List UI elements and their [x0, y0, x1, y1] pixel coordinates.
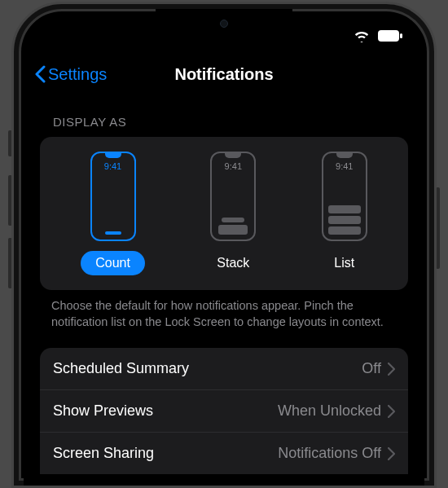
display-option-list[interactable]: 9:41 List: [322, 152, 367, 275]
display-as-card: 9:41 Count 9:41 Stack: [40, 137, 408, 290]
device-notch: [156, 9, 292, 38]
row-label: Show Previews: [53, 402, 153, 420]
battery-icon: [377, 29, 403, 42]
phone-preview-icon: 9:41: [322, 152, 367, 241]
nav-bar: Settings Notifications: [24, 53, 424, 95]
chevron-right-icon: [388, 447, 395, 460]
row-screen-sharing[interactable]: Screen Sharing Notifications Off: [40, 433, 408, 474]
chevron-left-icon: [33, 65, 46, 83]
svg-rect-0: [378, 30, 399, 42]
row-show-previews[interactable]: Show Previews When Unlocked: [40, 390, 408, 433]
section-footer-display-as: Choose the default for how notifications…: [40, 290, 408, 348]
row-value: Notifications Off: [278, 445, 381, 462]
row-label: Scheduled Summary: [53, 360, 189, 377]
display-option-label: Stack: [217, 251, 249, 275]
display-option-stack[interactable]: 9:41 Stack: [210, 152, 256, 275]
display-option-label: Count: [81, 251, 145, 275]
back-button[interactable]: Settings: [33, 53, 107, 95]
row-label: Screen Sharing: [53, 445, 154, 462]
svg-rect-1: [400, 33, 402, 38]
row-value: When Unlocked: [278, 402, 381, 420]
chevron-right-icon: [388, 363, 395, 376]
chevron-right-icon: [388, 405, 395, 418]
page-title: Notifications: [174, 65, 273, 84]
back-label: Settings: [48, 65, 107, 84]
row-scheduled-summary[interactable]: Scheduled Summary Off: [40, 348, 408, 390]
display-option-count[interactable]: 9:41 Count: [81, 152, 145, 275]
phone-preview-icon: 9:41: [90, 152, 136, 241]
device-frame: Settings Notifications Display As 9:41 C…: [11, 2, 437, 488]
screen: Settings Notifications Display As 9:41 C…: [24, 14, 424, 486]
section-header-display-as: Display As: [40, 95, 408, 137]
display-option-label: List: [334, 251, 354, 275]
settings-list: Scheduled Summary Off Show Previews When…: [40, 348, 408, 474]
phone-preview-icon: 9:41: [210, 152, 256, 241]
row-value: Off: [362, 360, 381, 377]
wifi-icon: [353, 29, 371, 42]
